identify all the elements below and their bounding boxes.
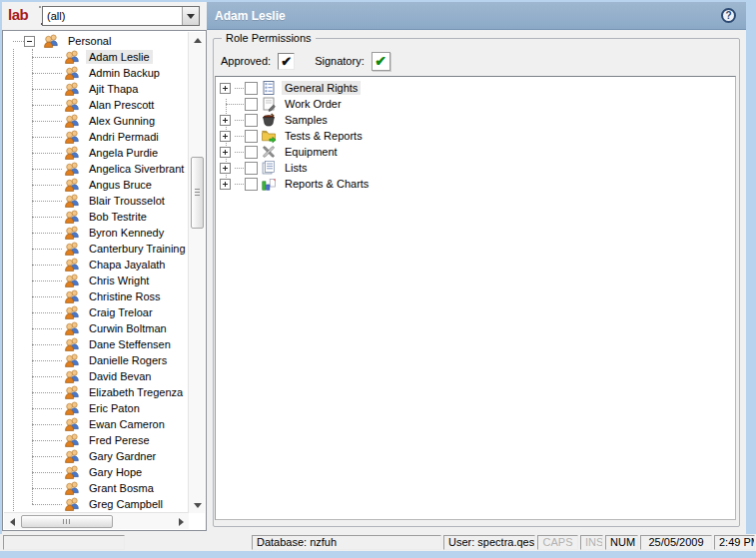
tree-connector: [32, 408, 62, 409]
arrow-right-icon: [179, 518, 184, 526]
expand-icon[interactable]: [220, 83, 231, 94]
filter-combobox[interactable]: (all): [42, 6, 200, 26]
tree-item-person[interactable]: David Bevan: [4, 368, 188, 384]
application-window: lab (all) Personal Adam Leslie Admin Bac…: [0, 0, 756, 558]
expand-icon[interactable]: [220, 163, 231, 174]
tests-reports-icon: [261, 128, 277, 144]
permission-checkbox[interactable]: [245, 130, 258, 143]
permission-tree-item[interactable]: Reports & Charts: [216, 176, 735, 192]
tree-item-label: Andri Permadi: [86, 130, 162, 144]
permission-tree-item[interactable]: Work Order: [216, 96, 735, 112]
tree-connector: [32, 89, 62, 90]
groupbox-title: Role Permissions: [222, 32, 316, 44]
tree-item-person[interactable]: Andri Permadi: [4, 129, 188, 145]
tree-item-person[interactable]: Christine Ross: [4, 288, 188, 304]
help-icon[interactable]: ?: [721, 8, 736, 23]
tree-item-person[interactable]: Eric Paton: [4, 400, 188, 416]
tree-connector: [235, 168, 244, 169]
tree-item-person[interactable]: Curwin Boltman: [4, 320, 188, 336]
permission-tree-item[interactable]: Lists: [216, 160, 735, 176]
tree-item-person[interactable]: Angus Bruce: [4, 177, 188, 193]
tree-item-person[interactable]: Angela Purdie: [4, 145, 188, 161]
tree-connector: [235, 184, 244, 185]
status-bar: Database: nzfuh User: spectra.qest CAPS …: [0, 534, 756, 551]
tree-item-person[interactable]: Fred Perese: [4, 432, 188, 448]
tree-item-person[interactable]: Gary Gardner: [4, 448, 188, 464]
tree-item-person[interactable]: Angelica Siverbrant: [4, 161, 188, 177]
tree-item-person[interactable]: Greg Campbell: [4, 496, 188, 512]
tree-item-person[interactable]: Byron Kennedy: [4, 225, 188, 241]
lists-icon: [261, 160, 277, 176]
permission-tree-item[interactable]: Tests & Reports: [216, 128, 735, 144]
tree-connector: [32, 105, 62, 106]
tree-item-person[interactable]: Blair Trousselot: [4, 193, 188, 209]
people-tree: Personal Adam Leslie Admin Backup Ajit T…: [4, 33, 188, 513]
tree-item-person[interactable]: Gary Hope: [4, 464, 188, 480]
expand-icon[interactable]: [220, 179, 231, 190]
tree-connector: [32, 233, 62, 234]
horizontal-scrollbar[interactable]: [4, 512, 189, 529]
tree-connector: [32, 344, 62, 345]
user-icon: [64, 241, 80, 257]
user-icon: [64, 368, 80, 384]
horizontal-scrollbar-thumb[interactable]: [21, 515, 113, 528]
collapse-icon[interactable]: [24, 36, 35, 47]
tree-item-person[interactable]: Elizabeth Tregenza: [4, 384, 188, 400]
permission-label: Tests & Reports: [282, 129, 366, 143]
permissions-tree-box: General Rights Work Order Samples Tests …: [215, 76, 736, 520]
tree-item-label: Personal: [65, 34, 114, 48]
permission-checkbox[interactable]: [245, 82, 258, 95]
tree-item-person[interactable]: Alan Prescott: [4, 97, 188, 113]
permission-checkbox[interactable]: [245, 146, 258, 159]
tree-item-person[interactable]: Chris Wright: [4, 273, 188, 288]
tree-connector: [32, 57, 62, 58]
permission-tree-item[interactable]: General Rights: [216, 80, 735, 96]
tree-item-person[interactable]: Ajit Thapa: [4, 81, 188, 97]
tree-item-label: Ewan Cameron: [86, 417, 168, 431]
permission-checkbox[interactable]: [245, 178, 258, 191]
combo-dropdown-button[interactable]: [182, 7, 199, 25]
status-num: NUM: [605, 535, 638, 550]
equipment-icon: [261, 144, 277, 160]
tree-item-person[interactable]: Alex Gunning: [4, 113, 188, 129]
expand-icon[interactable]: [220, 115, 231, 126]
tree-connector: [32, 472, 62, 473]
expand-icon[interactable]: [220, 131, 231, 142]
tree-item-person[interactable]: Bob Testrite: [4, 209, 188, 225]
tree-item-person[interactable]: Danielle Rogers: [4, 352, 188, 368]
permission-checkbox[interactable]: [245, 162, 258, 175]
tree-item-person[interactable]: Craig Treloar: [4, 304, 188, 320]
tree-item-person[interactable]: Canterbury Training U: [4, 241, 188, 257]
tree-item-person[interactable]: Chapa Jayalath: [4, 257, 188, 273]
expand-icon[interactable]: [220, 147, 231, 158]
user-icon: [64, 464, 80, 480]
tree-connector: [32, 121, 62, 122]
tree-item-person[interactable]: Grant Bosma: [4, 480, 188, 496]
scroll-left-button[interactable]: [4, 513, 20, 530]
scroll-right-button[interactable]: [173, 513, 189, 530]
permission-tree-item[interactable]: Samples: [216, 112, 735, 128]
approved-checkbox[interactable]: ✔: [278, 53, 295, 70]
signatory-checkbox[interactable]: ✔: [372, 52, 390, 71]
permission-tree-item[interactable]: Equipment: [216, 144, 735, 160]
user-icon: [64, 336, 80, 352]
tree-connector: [32, 392, 62, 393]
permission-checkbox[interactable]: [245, 98, 258, 111]
status-empty-panel: [3, 535, 125, 550]
user-icon: [64, 400, 80, 416]
tree-item-person[interactable]: Ewan Cameron: [4, 416, 188, 432]
tree-item-person[interactable]: Adam Leslie: [4, 49, 188, 65]
permission-checkbox[interactable]: [245, 114, 258, 127]
tree-item-label: Fred Perese: [86, 433, 153, 447]
tree-item-personal-root[interactable]: Personal: [4, 33, 188, 49]
scroll-up-button[interactable]: [189, 32, 206, 48]
user-icon: [64, 209, 80, 225]
tree-item-person[interactable]: Admin Backup: [4, 65, 188, 81]
tree-connector: [32, 169, 62, 170]
check-icon: ✔: [375, 53, 386, 69]
tree-item-person[interactable]: Dane Steffensen: [4, 336, 188, 352]
tree-connector: [32, 201, 62, 202]
vertical-scrollbar[interactable]: [188, 32, 205, 513]
scroll-down-button[interactable]: [189, 497, 206, 513]
vertical-scrollbar-thumb[interactable]: [191, 157, 204, 229]
